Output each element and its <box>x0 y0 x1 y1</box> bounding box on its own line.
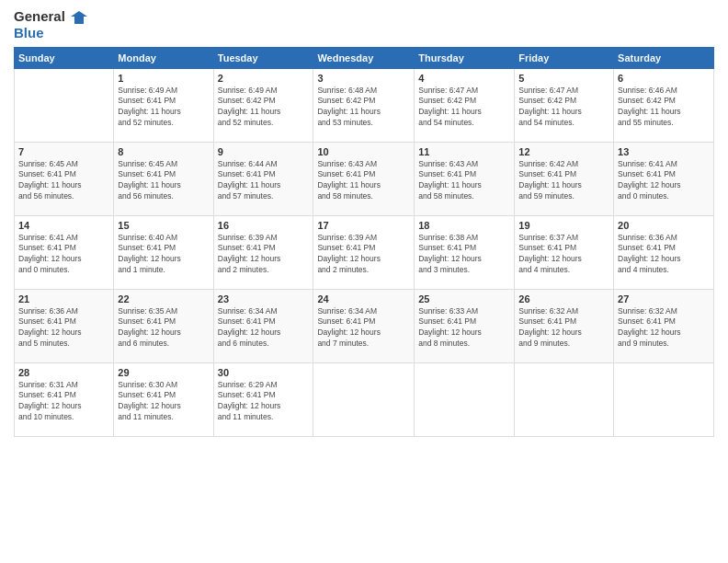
page-header: General Blue <box>14 9 714 41</box>
day-info: Sunrise: 6:37 AM Sunset: 6:41 PM Dayligh… <box>518 233 609 277</box>
day-number: 18 <box>418 220 510 231</box>
calendar-cell: 25Sunrise: 6:33 AM Sunset: 6:41 PM Dayli… <box>415 289 515 362</box>
day-info: Sunrise: 6:49 AM Sunset: 6:42 PM Dayligh… <box>218 86 310 130</box>
calendar-cell: 23Sunrise: 6:34 AM Sunset: 6:41 PM Dayli… <box>213 289 313 362</box>
day-info: Sunrise: 6:34 AM Sunset: 6:41 PM Dayligh… <box>218 306 310 350</box>
calendar-cell: 9Sunrise: 6:44 AM Sunset: 6:41 PM Daylig… <box>213 142 313 215</box>
calendar-cell: 8Sunrise: 6:45 AM Sunset: 6:41 PM Daylig… <box>114 142 213 215</box>
calendar-cell: 13Sunrise: 6:41 AM Sunset: 6:41 PM Dayli… <box>614 142 714 215</box>
day-number: 5 <box>518 73 609 84</box>
day-info: Sunrise: 6:43 AM Sunset: 6:41 PM Dayligh… <box>418 159 510 203</box>
calendar-cell: 6Sunrise: 6:46 AM Sunset: 6:42 PM Daylig… <box>614 68 714 142</box>
calendar-week-1: 1Sunrise: 6:49 AM Sunset: 6:41 PM Daylig… <box>15 68 714 142</box>
calendar-cell: 12Sunrise: 6:42 AM Sunset: 6:41 PM Dayli… <box>515 142 614 215</box>
day-info: Sunrise: 6:38 AM Sunset: 6:41 PM Dayligh… <box>418 233 510 277</box>
day-info: Sunrise: 6:39 AM Sunset: 6:41 PM Dayligh… <box>218 233 310 277</box>
calendar-cell: 7Sunrise: 6:45 AM Sunset: 6:41 PM Daylig… <box>15 142 114 215</box>
calendar-week-3: 14Sunrise: 6:41 AM Sunset: 6:41 PM Dayli… <box>15 215 714 289</box>
calendar-week-5: 28Sunrise: 6:31 AM Sunset: 6:41 PM Dayli… <box>15 362 714 436</box>
day-info: Sunrise: 6:33 AM Sunset: 6:41 PM Dayligh… <box>418 306 510 350</box>
day-number: 23 <box>218 293 310 304</box>
day-info: Sunrise: 6:29 AM Sunset: 6:41 PM Dayligh… <box>218 380 310 424</box>
calendar-cell: 20Sunrise: 6:36 AM Sunset: 6:41 PM Dayli… <box>614 215 714 289</box>
calendar-cell <box>415 362 515 436</box>
calendar-cell: 3Sunrise: 6:48 AM Sunset: 6:42 PM Daylig… <box>313 68 415 142</box>
calendar-cell: 17Sunrise: 6:39 AM Sunset: 6:41 PM Dayli… <box>313 215 415 289</box>
day-number: 21 <box>18 293 109 304</box>
day-number: 20 <box>618 220 710 231</box>
day-number: 6 <box>618 73 710 84</box>
day-number: 30 <box>218 367 310 378</box>
day-info: Sunrise: 6:45 AM Sunset: 6:41 PM Dayligh… <box>18 159 109 203</box>
calendar-cell: 14Sunrise: 6:41 AM Sunset: 6:41 PM Dayli… <box>15 215 114 289</box>
weekday-header-row: SundayMondayTuesdayWednesdayThursdayFrid… <box>15 47 714 68</box>
calendar-week-2: 7Sunrise: 6:45 AM Sunset: 6:41 PM Daylig… <box>15 142 714 215</box>
day-info: Sunrise: 6:32 AM Sunset: 6:41 PM Dayligh… <box>618 306 710 350</box>
day-number: 2 <box>218 73 310 84</box>
day-info: Sunrise: 6:41 AM Sunset: 6:41 PM Dayligh… <box>18 233 109 277</box>
day-info: Sunrise: 6:36 AM Sunset: 6:41 PM Dayligh… <box>618 233 710 277</box>
calendar-cell: 1Sunrise: 6:49 AM Sunset: 6:41 PM Daylig… <box>114 68 213 142</box>
day-info: Sunrise: 6:40 AM Sunset: 6:41 PM Dayligh… <box>118 233 209 277</box>
weekday-wednesday: Wednesday <box>313 47 415 68</box>
calendar-cell <box>515 362 614 436</box>
day-number: 17 <box>317 220 410 231</box>
weekday-sunday: Sunday <box>15 47 114 68</box>
day-number: 16 <box>218 220 310 231</box>
day-info: Sunrise: 6:47 AM Sunset: 6:42 PM Dayligh… <box>518 86 609 130</box>
day-info: Sunrise: 6:48 AM Sunset: 6:42 PM Dayligh… <box>317 86 410 130</box>
day-number: 22 <box>118 293 209 304</box>
calendar-cell: 26Sunrise: 6:32 AM Sunset: 6:41 PM Dayli… <box>515 289 614 362</box>
weekday-monday: Monday <box>114 47 213 68</box>
calendar-cell: 2Sunrise: 6:49 AM Sunset: 6:42 PM Daylig… <box>213 68 313 142</box>
day-info: Sunrise: 6:34 AM Sunset: 6:41 PM Dayligh… <box>317 306 410 350</box>
calendar-cell: 18Sunrise: 6:38 AM Sunset: 6:41 PM Dayli… <box>415 215 515 289</box>
day-info: Sunrise: 6:35 AM Sunset: 6:41 PM Dayligh… <box>118 306 209 350</box>
day-number: 25 <box>418 293 510 304</box>
calendar-week-4: 21Sunrise: 6:36 AM Sunset: 6:41 PM Dayli… <box>15 289 714 362</box>
calendar-cell: 5Sunrise: 6:47 AM Sunset: 6:42 PM Daylig… <box>515 68 614 142</box>
day-info: Sunrise: 6:39 AM Sunset: 6:41 PM Dayligh… <box>317 233 410 277</box>
calendar-cell: 4Sunrise: 6:47 AM Sunset: 6:42 PM Daylig… <box>415 68 515 142</box>
day-info: Sunrise: 6:46 AM Sunset: 6:42 PM Dayligh… <box>618 86 710 130</box>
day-info: Sunrise: 6:42 AM Sunset: 6:41 PM Dayligh… <box>518 159 609 203</box>
day-number: 19 <box>518 220 609 231</box>
calendar-body: 1Sunrise: 6:49 AM Sunset: 6:41 PM Daylig… <box>15 68 714 436</box>
svg-marker-0 <box>71 11 87 24</box>
calendar-cell: 21Sunrise: 6:36 AM Sunset: 6:41 PM Dayli… <box>15 289 114 362</box>
day-number: 26 <box>518 293 609 304</box>
day-number: 11 <box>418 146 510 157</box>
logo-text-blue: Blue <box>14 26 87 41</box>
calendar-cell: 15Sunrise: 6:40 AM Sunset: 6:41 PM Dayli… <box>114 215 213 289</box>
day-info: Sunrise: 6:44 AM Sunset: 6:41 PM Dayligh… <box>218 159 310 203</box>
day-info: Sunrise: 6:43 AM Sunset: 6:41 PM Dayligh… <box>317 159 410 203</box>
day-number: 12 <box>518 146 609 157</box>
logo-bird-icon <box>71 9 87 26</box>
calendar-cell <box>313 362 415 436</box>
day-number: 24 <box>317 293 410 304</box>
calendar-cell: 10Sunrise: 6:43 AM Sunset: 6:41 PM Dayli… <box>313 142 415 215</box>
logo-text-general: General <box>14 9 87 26</box>
day-info: Sunrise: 6:49 AM Sunset: 6:41 PM Dayligh… <box>118 86 209 130</box>
day-number: 29 <box>118 367 209 378</box>
calendar-cell: 30Sunrise: 6:29 AM Sunset: 6:41 PM Dayli… <box>213 362 313 436</box>
day-number: 1 <box>118 73 209 84</box>
calendar-cell: 19Sunrise: 6:37 AM Sunset: 6:41 PM Dayli… <box>515 215 614 289</box>
calendar-cell <box>614 362 714 436</box>
calendar-cell <box>15 68 114 142</box>
day-number: 28 <box>18 367 109 378</box>
weekday-saturday: Saturday <box>614 47 714 68</box>
day-number: 4 <box>418 73 510 84</box>
day-number: 9 <box>218 146 310 157</box>
day-info: Sunrise: 6:41 AM Sunset: 6:41 PM Dayligh… <box>618 159 710 203</box>
day-info: Sunrise: 6:31 AM Sunset: 6:41 PM Dayligh… <box>18 380 109 424</box>
calendar-cell: 27Sunrise: 6:32 AM Sunset: 6:41 PM Dayli… <box>614 289 714 362</box>
day-number: 27 <box>618 293 710 304</box>
day-number: 13 <box>618 146 710 157</box>
day-number: 15 <box>118 220 209 231</box>
day-info: Sunrise: 6:32 AM Sunset: 6:41 PM Dayligh… <box>518 306 609 350</box>
day-number: 8 <box>118 146 209 157</box>
calendar-cell: 24Sunrise: 6:34 AM Sunset: 6:41 PM Dayli… <box>313 289 415 362</box>
day-number: 10 <box>317 146 410 157</box>
calendar-table: SundayMondayTuesdayWednesdayThursdayFrid… <box>14 47 714 437</box>
